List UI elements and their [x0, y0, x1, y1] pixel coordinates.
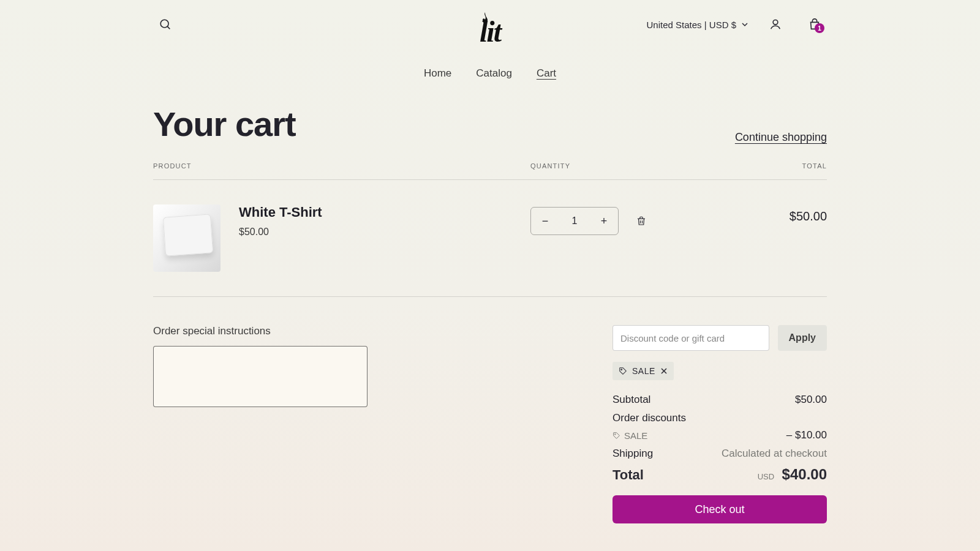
continue-shopping-link[interactable]: Continue shopping: [735, 131, 827, 144]
apply-discount-button[interactable]: Apply: [778, 325, 827, 351]
cart-line-item: White T-Shirt $50.00 − 1 + $50.00: [153, 180, 827, 297]
quantity-value[interactable]: 1: [559, 216, 590, 227]
checkout-button[interactable]: Check out: [612, 495, 827, 523]
nav-home[interactable]: Home: [424, 67, 451, 80]
user-icon: [769, 18, 782, 31]
svg-point-0: [160, 20, 168, 28]
page-title: Your cart: [153, 104, 296, 144]
remove-item-button[interactable]: [632, 212, 650, 230]
applied-discount-chip: SALE: [612, 362, 674, 380]
svg-point-5: [621, 369, 622, 370]
search-icon: [159, 18, 172, 31]
total-value: $40.00: [782, 466, 827, 482]
trash-icon: [636, 216, 647, 227]
svg-line-1: [167, 26, 170, 29]
special-instructions-textarea[interactable]: [153, 346, 368, 407]
chevron-down-icon: [741, 21, 748, 28]
primary-nav: Home Catalog Cart: [153, 49, 827, 104]
column-total: TOTAL: [706, 162, 827, 170]
product-name[interactable]: White T-Shirt: [239, 204, 322, 220]
search-button[interactable]: [153, 12, 178, 37]
quantity-decrease-button[interactable]: −: [531, 208, 559, 234]
subtotal-value: $50.00: [795, 394, 827, 406]
applied-discount-code: SALE: [632, 366, 655, 376]
quantity-stepper: − 1 +: [530, 207, 619, 235]
shipping-value: Calculated at checkout: [722, 448, 827, 460]
svg-point-8: [615, 433, 616, 435]
plus-icon: +: [601, 215, 608, 228]
subtotal-label: Subtotal: [612, 394, 650, 406]
shipping-label: Shipping: [612, 448, 653, 460]
remove-discount-button[interactable]: [660, 367, 668, 375]
region-label: United States | USD $: [647, 20, 736, 30]
column-product: PRODUCT: [153, 162, 530, 170]
nav-cart[interactable]: Cart: [537, 67, 556, 80]
cart-table-header: PRODUCT QUANTITY TOTAL: [153, 162, 827, 180]
flame-icon: [481, 12, 489, 23]
close-icon: [660, 367, 668, 375]
discount-code-input[interactable]: [612, 325, 769, 351]
tag-icon: [612, 432, 620, 440]
quantity-increase-button[interactable]: +: [590, 208, 618, 234]
tag-icon: [619, 367, 627, 375]
minus-icon: −: [542, 215, 549, 228]
total-currency: USD: [758, 472, 774, 481]
brand-logo[interactable]: lit: [480, 17, 500, 47]
account-button[interactable]: [763, 12, 788, 37]
cart-button[interactable]: 1: [802, 12, 827, 37]
product-unit-price: $50.00: [239, 227, 322, 238]
column-quantity: QUANTITY: [530, 162, 706, 170]
cart-count-badge: 1: [815, 23, 824, 33]
order-discounts-label: Order discounts: [612, 412, 686, 424]
nav-catalog[interactable]: Catalog: [476, 67, 512, 80]
discount-amount: – $10.00: [786, 429, 827, 441]
svg-point-2: [773, 20, 778, 24]
discount-line-code: SALE: [624, 430, 647, 441]
special-instructions-label: Order special instructions: [153, 325, 368, 337]
region-currency-toggle[interactable]: United States | USD $: [647, 20, 748, 30]
product-thumbnail[interactable]: [153, 204, 221, 272]
line-total: $50.00: [706, 204, 827, 223]
total-label: Total: [612, 467, 644, 483]
